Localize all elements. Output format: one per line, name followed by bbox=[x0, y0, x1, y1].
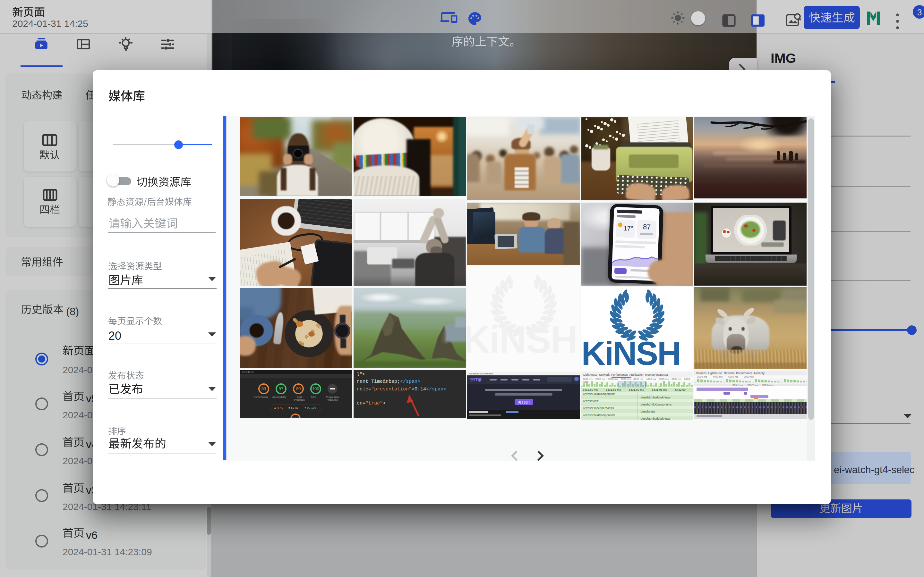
svg-text:KiNSH: KiNSH bbox=[467, 318, 577, 361]
svg-text:KiNSH: KiNSH bbox=[582, 335, 680, 371]
